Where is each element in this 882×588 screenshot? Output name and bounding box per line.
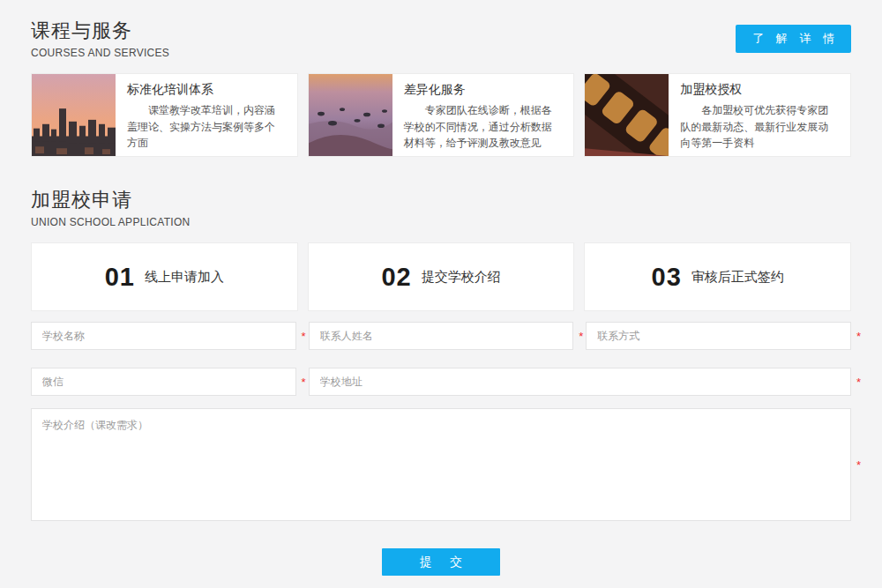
step-number: 01 <box>105 263 135 292</box>
required-mark: * <box>302 376 306 388</box>
step-label: 审核后正式签约 <box>691 269 784 286</box>
required-mark: * <box>579 331 583 342</box>
film-strip-photo <box>585 74 669 156</box>
school-intro-textarea[interactable] <box>31 408 851 521</box>
step-label: 线上申请加入 <box>145 269 224 286</box>
required-mark: * <box>302 331 306 342</box>
course-card-differentiated-service: 差异化服务 专家团队在线诊断，根据各学校的不同情况，通过分析数据材料等，给予评测… <box>308 73 575 157</box>
courses-section-header: 课程与服务 COURSES AND SERVICES 了 解 详 情 <box>31 18 851 59</box>
card-desc: 各加盟校可优先获得专家团队的最新动态、最新行业发展动向等第一手资料 <box>680 102 839 152</box>
page: 课程与服务 COURSES AND SERVICES 了 解 详 情 <box>0 0 882 588</box>
field-contact-phone: * <box>586 322 851 350</box>
application-form: * * * * * <box>31 322 851 576</box>
courses-heading-block: 课程与服务 COURSES AND SERVICES <box>31 18 169 59</box>
application-heading-block: 加盟校申请 UNION SCHOOL APPLICATION <box>31 187 191 228</box>
courses-title: 课程与服务 <box>31 18 169 44</box>
contact-phone-input[interactable] <box>586 322 851 350</box>
step-sign-contract: 03 审核后正式签约 <box>584 242 851 311</box>
course-card-standardized-training: 标准化培训体系 课堂教学改革培训，内容涵盖理论、实操方法与案例等多个方面 <box>31 73 298 157</box>
course-cards-row: 标准化培训体系 课堂教学改革培训，内容涵盖理论、实操方法与案例等多个方面 <box>31 73 851 157</box>
school-address-input[interactable] <box>309 368 851 396</box>
card-title: 差异化服务 <box>404 82 563 98</box>
card-body: 加盟校授权 各加盟校可优先获得专家团队的最新动态、最新行业发展动向等第一手资料 <box>669 74 850 156</box>
form-grid: * * * * * <box>31 322 851 396</box>
course-card-franchise-authorization: 加盟校授权 各加盟校可优先获得专家团队的最新动态、最新行业发展动向等第一手资料 <box>584 73 851 157</box>
wechat-input[interactable] <box>31 368 296 396</box>
required-mark: * <box>856 459 861 471</box>
field-wechat: * <box>31 368 296 396</box>
card-desc: 课堂教学改革培训，内容涵盖理论、实操方法与案例等多个方面 <box>127 102 286 152</box>
school-name-input[interactable] <box>31 322 296 350</box>
field-contact-name: * <box>309 322 574 350</box>
courses-subtitle: COURSES AND SERVICES <box>31 47 169 59</box>
step-submit-intro: 02 提交学校介绍 <box>308 242 575 311</box>
card-body: 标准化培训体系 课堂教学改革培训，内容涵盖理论、实操方法与案例等多个方面 <box>116 74 297 156</box>
application-section: 加盟校申请 UNION SCHOOL APPLICATION 01 线上申请加入… <box>31 187 851 576</box>
desert-dusk-photo <box>309 74 392 156</box>
required-mark: * <box>856 331 861 342</box>
application-section-header: 加盟校申请 UNION SCHOOL APPLICATION <box>31 187 851 228</box>
learn-more-button[interactable]: 了 解 详 情 <box>736 25 851 53</box>
step-apply-online: 01 线上申请加入 <box>31 242 298 311</box>
step-label: 提交学校介绍 <box>422 269 501 286</box>
step-number: 03 <box>652 263 682 292</box>
card-title: 加盟校授权 <box>680 82 839 98</box>
submit-button[interactable]: 提 交 <box>382 548 500 576</box>
courses-section: 课程与服务 COURSES AND SERVICES 了 解 详 情 <box>31 18 851 157</box>
application-subtitle: UNION SCHOOL APPLICATION <box>31 216 191 228</box>
application-title: 加盟校申请 <box>31 187 191 213</box>
required-mark: * <box>856 376 861 388</box>
card-body: 差异化服务 专家团队在线诊断，根据各学校的不同情况，通过分析数据材料等，给予评测… <box>392 74 574 156</box>
card-title: 标准化培训体系 <box>127 82 286 98</box>
field-school-intro: * <box>31 408 851 521</box>
step-number: 02 <box>381 263 411 292</box>
field-school-address: * <box>309 368 851 396</box>
contact-name-input[interactable] <box>309 322 574 350</box>
application-steps-row: 01 线上申请加入 02 提交学校介绍 03 审核后正式签约 <box>31 242 851 311</box>
city-sunset-photo <box>32 74 116 156</box>
card-desc: 专家团队在线诊断，根据各学校的不同情况，通过分析数据材料等，给予评测及教改意见 <box>404 102 563 152</box>
field-school-name: * <box>31 322 296 350</box>
